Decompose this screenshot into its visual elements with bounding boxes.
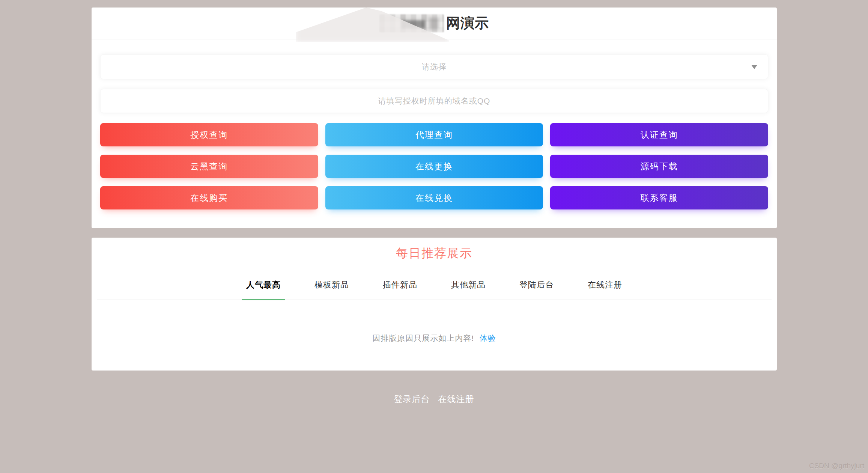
action-button-grid: 授权查询 代理查询 认证查询 云黑查询 在线更换 源码下载 在线购买 在线兑换 … [100, 123, 768, 209]
query-form: 请选择 请填写授权时所填的域名或QQ 授权查询 代理查询 认证查询 云黑查询 在… [92, 54, 777, 209]
blacklist-query-button[interactable]: 云黑查询 [100, 155, 318, 178]
source-download-button[interactable]: 源码下载 [550, 155, 768, 178]
tab-template-new[interactable]: 模板新品 [310, 279, 354, 300]
domain-or-qq-placeholder: 请填写授权时所填的域名或QQ [378, 96, 490, 106]
notice-row: 因排版原因只展示如上内容! 体验 [92, 333, 777, 343]
csdn-watermark: CSDN @grthyjurt [809, 462, 864, 470]
agent-query-button[interactable]: 代理查询 [325, 123, 543, 146]
site-select-placeholder: 请选择 [422, 62, 447, 72]
domain-or-qq-input[interactable]: 请填写授权时所填的域名或QQ [100, 89, 768, 113]
tab-plugin-new[interactable]: 插件新品 [378, 279, 422, 300]
recommend-card: 每日推荐展示 人气最高 模板新品 插件新品 其他新品 登陆后台 在线注册 因排版… [92, 238, 777, 371]
tab-online-register[interactable]: 在线注册 [583, 279, 627, 300]
cert-query-button[interactable]: 认证查询 [550, 123, 768, 146]
notice-text: 因排版原因只展示如上内容! [372, 334, 474, 342]
auth-query-button[interactable]: 授权查询 [100, 123, 318, 146]
chevron-down-icon [751, 65, 757, 69]
online-buy-button[interactable]: 在线购买 [100, 186, 318, 209]
recommend-card-header: 每日推荐展示 [92, 238, 777, 269]
recommend-tabs-bar: 人气最高 模板新品 插件新品 其他新品 登陆后台 在线注册 [97, 269, 772, 300]
contact-support-button[interactable]: 联系客服 [550, 186, 768, 209]
footer-login-link[interactable]: 登录后台 [394, 393, 430, 405]
recommend-tabs: 人气最高 模板新品 插件新品 其他新品 登陆后台 在线注册 [97, 269, 772, 300]
site-select[interactable]: 请选择 [100, 54, 768, 79]
page-title-text: 网演示 [446, 14, 489, 33]
tab-popular[interactable]: 人气最高 [242, 279, 285, 300]
online-replace-button[interactable]: 在线更换 [325, 155, 543, 178]
online-exchange-button[interactable]: 在线兑换 [325, 186, 543, 209]
footer-register-link[interactable]: 在线注册 [438, 393, 474, 405]
recommend-title: 每日推荐展示 [396, 245, 472, 262]
tab-other-new[interactable]: 其他新品 [447, 279, 490, 300]
experience-link[interactable]: 体验 [480, 334, 496, 342]
tab-admin-login[interactable]: 登陆后台 [515, 279, 558, 300]
footer-links: 登录后台 在线注册 [0, 393, 868, 405]
